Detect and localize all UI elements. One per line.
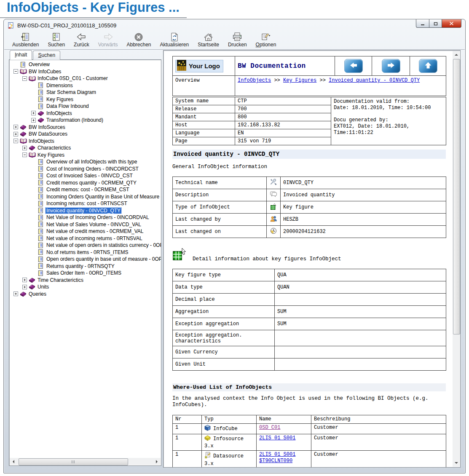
nav-previous-button[interactable] <box>344 59 363 73</box>
nav-next-button[interactable] <box>382 59 400 73</box>
tree-expander-plus[interactable] <box>22 278 27 282</box>
scroll-left-arrow-icon[interactable] <box>10 458 17 465</box>
tree-item[interactable]: Time Characterictics <box>9 277 161 284</box>
tree-item[interactable]: Transformation (Inbound) <box>9 117 161 124</box>
screenshot-root: { "page": { "heading": "InfoObjects - Ke… <box>0 0 469 476</box>
page-icon <box>38 179 46 186</box>
column-header: Beschreibung <box>311 415 446 424</box>
nav-up-button[interactable] <box>419 59 437 73</box>
tree-item[interactable]: Net Value of Sales Volume - 0INVCD_VAL <box>9 221 161 228</box>
toolbar-abbrechen[interactable]: Abbrechen <box>125 32 152 48</box>
page-icon <box>38 201 46 207</box>
tree-item[interactable]: Star Schema Diagram <box>9 89 161 96</box>
scrollbar-thumb[interactable] <box>453 59 460 334</box>
tree-item[interactable]: InfoObjects <box>9 110 161 117</box>
tree-item[interactable]: Credit memos: cost - 0CRMEM_CST <box>9 186 161 193</box>
tree-item-label: BW InfoSources <box>28 124 66 130</box>
system-value: 315 von 719 <box>235 137 331 145</box>
tree-item[interactable]: Net Value of Incoming Orders - 0INCORDVA… <box>9 214 161 221</box>
tree-item[interactable]: Returns quantity - 0RTNSQTY <box>9 263 161 270</box>
minimize-button[interactable] <box>416 19 429 28</box>
tree-expander-plus[interactable] <box>22 285 27 289</box>
content-vertical-scrollbar[interactable] <box>453 51 460 467</box>
tree-item-label: Incoming Orders Quantity in Base Unit of… <box>46 194 161 200</box>
breadcrumb-link[interactable]: Key Figures <box>283 78 316 83</box>
close-button[interactable] <box>442 19 461 28</box>
infosource-icon <box>204 435 211 443</box>
tree-item[interactable]: BW InfoSources <box>9 124 161 131</box>
maximize-button[interactable] <box>429 19 442 28</box>
window-titlebar[interactable]: ? BW-0SD-C01_PROJ_20100118_105509 <box>4 19 465 32</box>
toolbar-optionen[interactable]: Optionen <box>255 32 278 48</box>
info-value: 20000204121632 <box>281 226 446 238</box>
tree-item[interactable]: Data Flow Inbound <box>9 103 161 110</box>
wu-name: 0SD_C01 <box>257 424 311 434</box>
tree-horizontal-scrollbar[interactable] <box>10 458 161 465</box>
page-icon <box>38 193 46 200</box>
doc-title: BW Documentation <box>238 62 306 70</box>
whereused-link[interactable]: 2LIS_01_S001 <box>259 452 308 458</box>
toolbar-aktualisieren[interactable]: Aktualisieren <box>159 32 190 48</box>
tree-item[interactable]: Characterictics <box>9 144 161 152</box>
tree-item[interactable]: Net value of open orders in statistics c… <box>9 242 161 249</box>
toolbar-drucken[interactable]: Drucken <box>227 32 248 48</box>
toolbar-zurück[interactable]: Zurück <box>72 32 91 48</box>
breadcrumb-link[interactable]: InfoObjects <box>238 78 271 83</box>
tree-item[interactable]: No.of returns items - 0RTNS_ITEMS <box>9 249 161 256</box>
scroll-up-arrow-icon[interactable] <box>453 51 460 58</box>
scroll-right-arrow-icon[interactable] <box>153 458 161 465</box>
detail-value <box>275 346 446 358</box>
tree-item[interactable]: Overview <box>9 61 161 68</box>
tree-item[interactable]: Key Figures <box>9 96 161 103</box>
whereused-link[interactable]: 0SD_C01 <box>259 425 308 431</box>
tree-item[interactable]: InfoCube 0SD_C01 - Customer <box>9 75 161 82</box>
tree-expander-minus[interactable] <box>13 69 18 74</box>
tree-item[interactable]: Overview of all InfoObjects with this ty… <box>9 158 161 166</box>
tree-item[interactable]: Cost of Incoming Orders - 0INCORDCST <box>9 166 161 173</box>
whereused-link[interactable]: $T90CLNT090 <box>259 458 308 464</box>
tree-item[interactable]: Units <box>9 283 161 291</box>
tree-item[interactable]: Incoming returns: cost - 0RTNSCST <box>9 200 161 207</box>
tree-item[interactable]: Dimensions <box>9 82 161 89</box>
whereused-link[interactable]: 2LIS_01_S001 <box>259 435 308 441</box>
tree-item[interactable]: InfoObjects <box>9 138 161 145</box>
toolbar-suchen[interactable]: Suchen <box>46 32 66 48</box>
tree-expander-plus[interactable] <box>22 146 27 150</box>
breadcrumb-link[interactable]: Invoiced quantity - 0INVCD_QTY <box>329 78 420 83</box>
tree-expander-plus[interactable] <box>31 111 36 115</box>
tree-item-label: Incoming returns: cost - 0RTNSCST <box>46 201 128 206</box>
system-label: Page <box>173 137 235 145</box>
tree-item[interactable]: Open orders quantity in base unit of mea… <box>9 256 161 263</box>
tree-expander-plus[interactable] <box>13 125 18 129</box>
forward-icon <box>103 32 113 42</box>
company-logo-box: Your Logo <box>175 60 223 72</box>
tree-item[interactable]: BW DataSources <box>9 131 161 138</box>
tree-expander-plus[interactable] <box>13 132 18 136</box>
tree-expander-plus[interactable] <box>13 291 18 296</box>
tab-suchen[interactable]: Suchen <box>33 51 60 60</box>
tree-expander-minus[interactable] <box>22 76 27 81</box>
tab-inhalt[interactable]: Inhalt <box>10 50 32 60</box>
tree-expander-minus[interactable] <box>13 139 18 143</box>
toolbar-startseite[interactable]: Startseite <box>196 32 220 48</box>
detail-label: Decimal place <box>173 294 275 306</box>
tree-item[interactable]: Invoiced quantity - 0INVCD_QTY <box>9 207 161 214</box>
scrollbar-thumb[interactable] <box>19 458 128 465</box>
tree-item[interactable]: Cost of Invoiced Sales - 0INVCD_CST <box>9 172 161 179</box>
tree-item[interactable]: Incoming Orders Quantity in Base Unit of… <box>9 193 161 201</box>
toolbar-vorwärts[interactable]: Vorwärts <box>97 32 119 48</box>
tree-item[interactable]: Sales Order Item - 0ORD_ITEMS <box>9 270 161 277</box>
tree-expander-minus[interactable] <box>22 152 27 157</box>
tree-expander-plus[interactable] <box>31 118 36 123</box>
tree-item[interactable]: Net value of credit memos - 0CRMEM_VAL <box>9 228 161 235</box>
contents-tree-box: OverviewBW InfoCubesInfoCube 0SD_C01 - C… <box>9 59 161 466</box>
tree-item[interactable]: Net value of incoming returns - 0RTNSVAL <box>9 235 161 242</box>
tree-item[interactable]: Key Figures <box>9 152 161 159</box>
wu-desc: Customer <box>311 451 446 468</box>
tree-item[interactable]: BW InfoCubes <box>9 68 161 75</box>
detail-row: Given Unit <box>173 358 446 371</box>
scroll-down-arrow-icon[interactable] <box>453 460 460 467</box>
tree-item[interactable]: Queries <box>9 291 161 298</box>
tree-item[interactable]: Credit memos quantity - 0CRMEM_QTY <box>9 179 161 187</box>
toolbar-ausblenden[interactable]: Ausblenden <box>11 32 40 48</box>
